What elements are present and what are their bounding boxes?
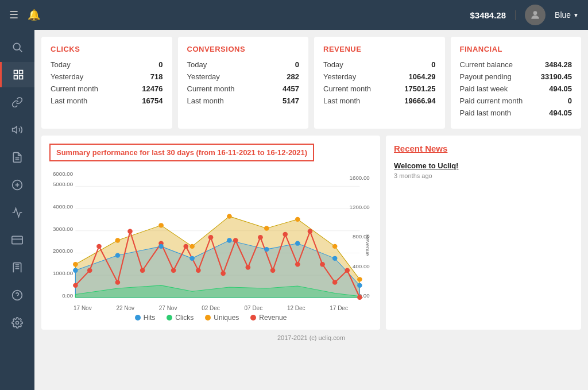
sidebar-item-settings[interactable]	[0, 310, 34, 335]
svg-point-47	[127, 229, 133, 234]
rev-yesterday: Yesterday 1064.29	[323, 72, 436, 81]
main-layout: CLICKS Today 0 Yesterday 718 Current mon…	[0, 30, 588, 390]
chart-card: Summary performance for last 30 days (fr…	[41, 136, 380, 330]
clicks-yesterday-label: Yesterday	[51, 72, 83, 81]
financial-title: FINANCIAL	[460, 45, 572, 53]
legend-clicks: Clicks	[167, 314, 194, 322]
svg-point-52	[196, 268, 201, 273]
svg-marker-7	[13, 126, 17, 133]
top-bar-left: ☰ 🔔	[9, 9, 40, 21]
balance-display: $3484.28	[470, 10, 516, 20]
fin-balance: Current balance 3484.28	[460, 60, 572, 69]
svg-point-55	[233, 238, 238, 242]
hits-label: Hits	[144, 314, 156, 322]
svg-point-68	[158, 223, 164, 227]
conv-today: Today 0	[187, 60, 300, 69]
news-item-date: 3 months ago	[394, 172, 573, 179]
sidebar-item-reports[interactable]	[0, 145, 34, 170]
svg-point-70	[227, 214, 232, 218]
sidebar-item-links[interactable]	[0, 90, 34, 115]
svg-point-54	[220, 271, 226, 276]
revenue-dot	[250, 315, 256, 321]
uniques-dot	[205, 315, 211, 321]
conv-yesterday: Yesterday 282	[187, 72, 300, 81]
sidebar-item-campaigns[interactable]	[0, 117, 34, 142]
sidebar-item-support[interactable]	[0, 283, 34, 308]
svg-point-20	[16, 322, 19, 325]
chart-container: 0.00 1000.00 2000.00 3000.00 4000.00 500…	[49, 168, 372, 300]
top-bar-right: $3484.28 Blue ▼	[470, 5, 579, 25]
hamburger-icon[interactable]: ☰	[9, 9, 18, 21]
svg-point-80	[264, 247, 269, 252]
clicks-today-label: Today	[51, 60, 71, 69]
theme-selector[interactable]: Blue ▼	[555, 10, 579, 20]
legend-hits: Hits	[135, 314, 156, 322]
svg-point-44	[87, 268, 92, 273]
svg-line-2	[20, 49, 22, 52]
svg-text:6000.00: 6000.00	[53, 171, 73, 177]
chart-svg: 0.00 1000.00 2000.00 3000.00 4000.00 500…	[49, 168, 372, 300]
svg-point-60	[295, 262, 300, 267]
avatar	[525, 5, 546, 25]
rev-today: Today 0	[323, 60, 436, 69]
svg-point-75	[73, 268, 78, 273]
stats-row: CLICKS Today 0 Yesterday 718 Current mon…	[41, 37, 581, 129]
svg-rect-3	[14, 71, 17, 74]
svg-point-83	[357, 283, 362, 288]
legend-uniques: Uniques	[205, 314, 239, 322]
uniques-label: Uniques	[214, 314, 239, 322]
clicks-card: CLICKS Today 0 Yesterday 718 Current mon…	[41, 37, 172, 129]
clicks-label: Clicks	[175, 314, 194, 322]
footer: 2017-2021 (c) ucliq.com	[41, 330, 581, 343]
bottom-section: Summary performance for last 30 days (fr…	[41, 136, 581, 330]
svg-point-59	[283, 232, 288, 237]
svg-text:3000.00: 3000.00	[53, 226, 73, 232]
svg-point-63	[332, 280, 338, 284]
chevron-down-icon: ▼	[573, 12, 579, 18]
revenue-title: REVENUE	[323, 45, 436, 53]
svg-point-56	[246, 265, 251, 269]
news-section-title[interactable]: Recent News	[394, 144, 573, 153]
svg-point-1	[13, 43, 20, 50]
svg-text:0.00: 0.00	[62, 292, 73, 299]
rev-current-month: Current month 17501.25	[323, 84, 436, 93]
svg-point-67	[115, 238, 121, 242]
sidebar-item-performance[interactable]	[0, 200, 34, 225]
chart-title: Summary performance for last 30 days (fr…	[49, 144, 314, 161]
svg-point-45	[96, 244, 102, 249]
svg-point-53	[208, 235, 214, 240]
clicks-today: Today 0	[51, 60, 163, 69]
svg-point-64	[345, 268, 350, 273]
conv-last-month: Last month 5147	[187, 96, 300, 105]
svg-text:4000.00: 4000.00	[53, 203, 73, 210]
svg-point-74	[357, 277, 362, 281]
svg-point-57	[258, 235, 263, 240]
svg-point-58	[270, 268, 276, 273]
svg-rect-13	[12, 236, 22, 244]
svg-point-62	[320, 262, 325, 267]
svg-point-48	[140, 268, 145, 273]
sidebar-item-earnings[interactable]	[0, 172, 34, 198]
sidebar-item-dashboard[interactable]	[0, 62, 34, 87]
clicks-dot	[167, 315, 172, 321]
sidebar-item-search[interactable]	[0, 34, 34, 60]
svg-point-73	[332, 244, 338, 249]
svg-rect-5	[14, 76, 17, 79]
clicks-last-month-label: Last month	[51, 96, 87, 105]
svg-point-77	[158, 244, 164, 249]
x-axis-labels: 17 Nov 22 Nov 27 Nov 02 Dec 07 Dec 12 De…	[49, 305, 372, 311]
hits-dot	[135, 315, 141, 321]
svg-text:1000.00: 1000.00	[53, 270, 73, 276]
svg-point-50	[171, 268, 176, 273]
financial-card: FINANCIAL Current balance 3484.28 Payout…	[451, 37, 582, 129]
clicks-title: CLICKS	[51, 45, 163, 53]
sidebar-item-payments[interactable]	[0, 227, 34, 253]
svg-point-0	[533, 11, 537, 15]
sidebar-item-news[interactable]	[0, 255, 34, 280]
news-item-title[interactable]: Welcome to Ucliq!	[394, 161, 573, 170]
bell-icon[interactable]: 🔔	[28, 9, 40, 21]
top-bar: ☰ 🔔 $3484.28 Blue ▼	[0, 0, 588, 30]
svg-point-66	[73, 262, 78, 267]
svg-text:5000.00: 5000.00	[53, 182, 73, 188]
svg-text:1600.00: 1600.00	[350, 175, 370, 181]
